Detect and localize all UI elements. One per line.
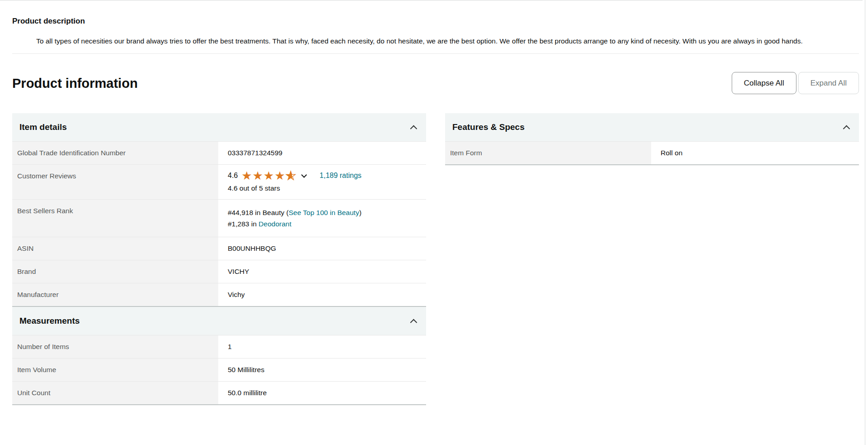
row-label: Item Volume: [12, 359, 218, 381]
rating-subtext: 4.6 out of 5 stars: [228, 183, 417, 194]
table-row: Number of Items 1: [12, 335, 426, 358]
expand-all-button[interactable]: Expand All: [798, 72, 859, 94]
row-label: Best Sellers Rank: [12, 200, 218, 237]
item-details-card: Item details Global Trade Identification…: [12, 113, 426, 307]
table-row: Global Trade Identification Number 03337…: [12, 141, 426, 164]
table-row: Best Sellers Rank #44,918 in Beauty (See…: [12, 199, 426, 237]
row-label: Customer Reviews: [12, 165, 218, 199]
product-information-columns: Item details Global Trade Identification…: [12, 113, 859, 405]
row-value: Roll on: [651, 142, 859, 164]
row-value: 50.0 millilitre: [218, 382, 426, 404]
chevron-up-icon: [410, 125, 417, 132]
measurements-title: Measurements: [19, 316, 80, 326]
table-row: Customer Reviews 4.6 ★★★★★★ 1,189 rating…: [12, 164, 426, 199]
see-top-100-link[interactable]: See Top 100 in Beauty: [288, 209, 359, 216]
star-partial-fill: ★: [285, 169, 292, 182]
product-description-text: To all types of necesities our brand alw…: [36, 36, 834, 47]
rating-score: 4.6: [228, 170, 238, 181]
rank-line-2: #1,283 in Deodorant: [228, 218, 417, 230]
table-row: Brand VICHY: [12, 260, 426, 283]
page-right-border: [865, 0, 865, 445]
row-label: Manufacturer: [12, 283, 218, 306]
product-description-title: Product description: [12, 16, 859, 26]
left-column: Item details Global Trade Identification…: [12, 113, 426, 405]
row-label: Number of Items: [12, 335, 218, 358]
chevron-up-icon: [410, 319, 417, 326]
product-information-header: Product information Collapse All Expand …: [12, 72, 859, 94]
rank-line-1: #44,918 in Beauty (See Top 100 in Beauty…: [228, 207, 417, 218]
star-icon: ★★★★: [241, 169, 285, 182]
table-row: Item Volume 50 Millilitres: [12, 358, 426, 381]
right-column: Features & Specs Item Form Roll on: [445, 113, 859, 405]
item-details-title: Item details: [19, 122, 67, 132]
table-row: ASIN B00UNHHBQG: [12, 237, 426, 260]
star-rating-icons: ★★★★★★: [241, 169, 297, 182]
rating-stars-trigger[interactable]: 4.6 ★★★★★★ 1,189 ratings: [228, 169, 417, 182]
measurements-card: Measurements Number of Items 1 Item Volu…: [12, 307, 426, 405]
item-details-header[interactable]: Item details: [12, 113, 426, 141]
page-top-border: [0, 0, 863, 0]
row-label: ASIN: [12, 237, 218, 260]
deodorant-category-link[interactable]: Deodorant: [259, 220, 291, 228]
row-label: Global Trade Identification Number: [12, 142, 218, 164]
ratings-count-link[interactable]: 1,189 ratings: [320, 170, 362, 181]
product-page-section: Product description To all types of nece…: [0, 16, 868, 405]
table-row: Item Form Roll on: [445, 141, 859, 164]
customer-reviews-cell: 4.6 ★★★★★★ 1,189 ratings 4.6 out of 5 st…: [218, 165, 426, 199]
table-row: Manufacturer Vichy: [12, 283, 426, 306]
chevron-down-icon: [301, 172, 307, 178]
row-value: VICHY: [218, 260, 426, 283]
measurements-header[interactable]: Measurements: [12, 307, 426, 335]
features-specs-header[interactable]: Features & Specs: [445, 113, 859, 141]
features-specs-title: Features & Specs: [452, 122, 524, 132]
row-value: 1: [218, 335, 426, 358]
row-label: Brand: [12, 260, 218, 283]
expander-controls: Collapse All Expand All: [732, 72, 859, 94]
table-row: Unit Count 50.0 millilitre: [12, 381, 426, 404]
best-sellers-rank-cell: #44,918 in Beauty (See Top 100 in Beauty…: [218, 200, 426, 237]
row-value: Vichy: [218, 283, 426, 306]
partial-star-icon: ★★: [285, 169, 296, 182]
row-label: Unit Count: [12, 382, 218, 404]
section-divider: [12, 53, 859, 54]
product-information-title: Product information: [12, 74, 138, 92]
collapse-all-button[interactable]: Collapse All: [732, 72, 796, 94]
row-label: Item Form: [445, 142, 651, 164]
row-value: 03337871324599: [218, 142, 426, 164]
row-value: B00UNHHBQG: [218, 237, 426, 260]
chevron-up-icon: [843, 125, 850, 132]
features-specs-card: Features & Specs Item Form Roll on: [445, 113, 859, 165]
row-value: 50 Millilitres: [218, 359, 426, 381]
